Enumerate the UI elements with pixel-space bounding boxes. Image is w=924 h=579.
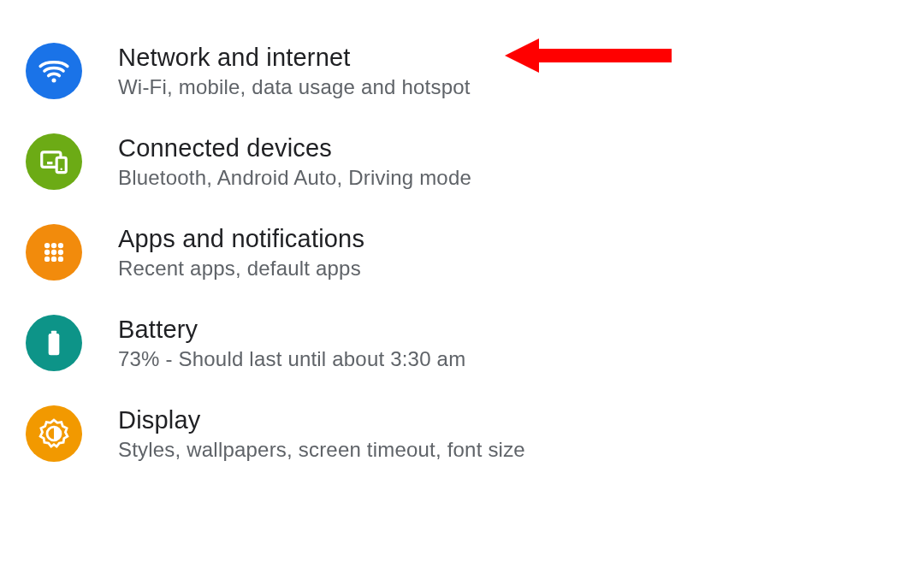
devices-icon (26, 133, 82, 190)
item-subtitle: Recent apps, default apps (118, 257, 364, 281)
item-text: Display Styles, wallpapers, screen timeo… (118, 406, 525, 462)
item-subtitle: Styles, wallpapers, screen timeout, font… (118, 438, 525, 462)
svg-point-5 (44, 243, 50, 248)
display-icon (26, 405, 82, 462)
item-subtitle: Bluetooth, Android Auto, Driving mode (118, 166, 471, 190)
svg-point-8 (44, 250, 50, 255)
settings-item-connected-devices[interactable]: Connected devices Bluetooth, Android Aut… (0, 116, 924, 207)
item-title: Network and internet (118, 44, 471, 72)
svg-point-12 (51, 257, 56, 262)
settings-list: Network and internet Wi-Fi, mobile, data… (0, 0, 924, 505)
svg-point-0 (51, 79, 56, 83)
svg-point-11 (44, 257, 50, 262)
svg-point-6 (51, 243, 56, 248)
svg-rect-15 (49, 334, 60, 355)
item-text: Apps and notifications Recent apps, defa… (118, 225, 364, 281)
item-title: Apps and notifications (118, 225, 364, 253)
svg-point-7 (58, 243, 63, 248)
settings-item-apps[interactable]: Apps and notifications Recent apps, defa… (0, 207, 924, 298)
item-title: Display (118, 406, 525, 434)
wifi-icon (26, 43, 82, 99)
item-text: Network and internet Wi-Fi, mobile, data… (118, 44, 471, 99)
svg-point-13 (58, 257, 63, 262)
svg-point-3 (60, 168, 62, 170)
svg-rect-14 (51, 331, 56, 334)
item-text: Connected devices Bluetooth, Android Aut… (118, 134, 471, 190)
svg-point-10 (58, 250, 63, 255)
svg-rect-4 (47, 162, 52, 164)
item-title: Battery (118, 316, 465, 344)
svg-rect-2 (56, 157, 66, 172)
battery-icon (26, 315, 82, 371)
item-subtitle: Wi-Fi, mobile, data usage and hotspot (118, 75, 471, 99)
settings-item-network[interactable]: Network and internet Wi-Fi, mobile, data… (0, 26, 924, 116)
apps-icon (26, 224, 82, 281)
settings-item-battery[interactable]: Battery 73% - Should last until about 3:… (0, 298, 924, 388)
svg-point-9 (51, 250, 56, 255)
item-title: Connected devices (118, 134, 471, 162)
settings-item-display[interactable]: Display Styles, wallpapers, screen timeo… (0, 388, 924, 479)
item-subtitle: 73% - Should last until about 3:30 am (118, 347, 465, 371)
item-text: Battery 73% - Should last until about 3:… (118, 316, 465, 371)
